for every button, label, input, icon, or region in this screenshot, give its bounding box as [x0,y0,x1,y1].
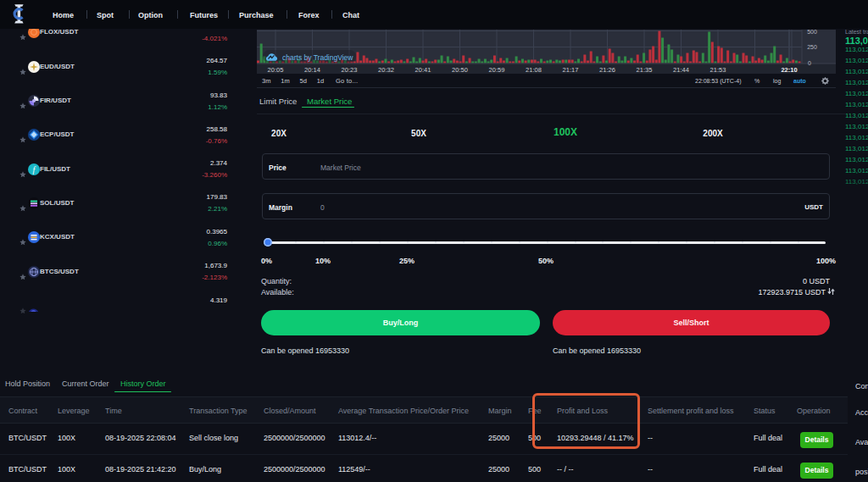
svg-text:0: 0 [808,60,811,66]
svg-text:20:05: 20:05 [268,66,284,74]
svg-text:22:10: 22:10 [781,66,797,74]
svg-text:21:44: 21:44 [673,66,689,74]
svg-text:500: 500 [807,30,817,35]
svg-text:21:35: 21:35 [637,66,653,74]
svg-text:250: 250 [807,44,817,50]
svg-text:20:50: 20:50 [452,66,468,74]
svg-text:21:08: 21:08 [526,66,542,74]
svg-text:20:23: 20:23 [342,66,358,74]
svg-text:20:32: 20:32 [378,66,394,74]
svg-text:20:14: 20:14 [304,66,320,74]
svg-text:21:26: 21:26 [599,66,615,74]
svg-text:21:53: 21:53 [710,66,726,74]
svg-text:20:41: 20:41 [415,66,431,74]
svg-text:charts by TradingView: charts by TradingView [282,53,353,62]
svg-text:21:17: 21:17 [563,66,579,74]
svg-text:20:59: 20:59 [489,66,505,74]
